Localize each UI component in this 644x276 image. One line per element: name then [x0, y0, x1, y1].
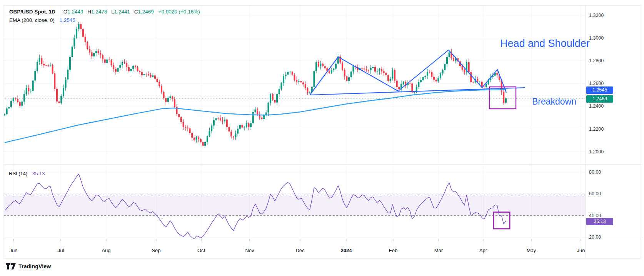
candle-body — [135, 66, 136, 67]
candle-body — [283, 76, 284, 83]
month-label: Oct — [197, 248, 205, 253]
candle-body — [209, 131, 210, 136]
candle-body — [69, 57, 71, 70]
candle-body — [298, 81, 300, 82]
rsi-tick-label: 20.00 — [589, 234, 601, 240]
rsi-tick-label: 60.00 — [589, 191, 601, 196]
candle-body — [180, 117, 182, 122]
candle-body — [207, 136, 208, 142]
candle-body — [111, 60, 112, 65]
candle-body — [56, 89, 58, 101]
close-label: C — [134, 9, 138, 15]
candle-body — [87, 42, 88, 49]
candle-body — [233, 136, 234, 137]
gridlines — [4, 5, 586, 258]
candle-body — [300, 81, 302, 83]
candle-body — [390, 79, 391, 81]
candle-body — [377, 71, 378, 71]
candle-body — [352, 66, 354, 71]
candle-body — [503, 91, 504, 103]
candle-body — [91, 52, 93, 56]
candle-body — [113, 65, 114, 69]
candle-body — [442, 70, 444, 73]
candle-body — [302, 83, 304, 85]
candle-body — [158, 82, 160, 86]
candle-body — [329, 71, 330, 73]
candle-body — [196, 137, 197, 140]
candle-body — [217, 118, 219, 118]
candle-body — [348, 77, 350, 81]
candle-body — [106, 60, 108, 63]
candle-body — [315, 62, 317, 71]
price-tick-label: 1.3200 — [589, 13, 604, 18]
candle-body — [398, 87, 400, 89]
candle-body — [228, 127, 230, 131]
tradingview-watermark[interactable]: TradingView — [6, 263, 51, 269]
candle-body — [307, 88, 308, 92]
candle-body — [115, 69, 117, 71]
candle-body — [364, 68, 365, 69]
candle-body — [435, 80, 437, 81]
candle-body — [381, 69, 382, 71]
candle-body — [21, 101, 23, 106]
candle-body — [344, 70, 345, 76]
candle-body — [172, 96, 173, 99]
candle-body — [250, 123, 252, 127]
candle-body — [252, 112, 254, 123]
candle-body — [403, 82, 404, 84]
month-label: Nov — [245, 248, 254, 253]
candle-body — [230, 131, 232, 136]
candle-body — [420, 80, 422, 82]
candle-body — [128, 67, 130, 71]
candle-body — [26, 88, 27, 94]
candle-body — [95, 51, 97, 53]
candle-body — [102, 55, 103, 60]
price-tick-label: 1.3000 — [589, 35, 604, 41]
candle-body — [108, 60, 110, 60]
candle-body — [157, 79, 158, 82]
candle-body — [396, 81, 398, 87]
candle-body — [370, 68, 372, 70]
tradingview-logo-icon — [6, 263, 16, 269]
ema-200-line — [5, 90, 506, 143]
candle-body — [440, 73, 441, 78]
candle-body — [429, 72, 430, 72]
breakdown-annotation: Breakdown — [532, 96, 576, 107]
candle-body — [93, 53, 95, 57]
candle-body — [60, 96, 62, 103]
candle-body — [394, 70, 395, 81]
symbol-title: GBP/USD Spot, 1D — [9, 9, 55, 15]
candle-body — [215, 118, 217, 120]
month-label: Dec — [295, 248, 305, 253]
candle-body — [444, 64, 445, 70]
candle-body — [387, 75, 389, 81]
candle-body — [379, 69, 380, 71]
candle-body — [204, 142, 206, 146]
candle-body — [350, 71, 352, 77]
price-tick-label: 1.2200 — [589, 126, 604, 132]
month-label: May — [527, 248, 536, 253]
candle-body — [145, 74, 147, 74]
candle-body — [453, 58, 454, 61]
candle-body — [132, 66, 134, 69]
candle-body — [254, 110, 256, 112]
candle-body — [272, 94, 274, 100]
ema-label: EMA (200, close, 0) — [9, 17, 55, 23]
candle-body — [431, 72, 432, 77]
rsi-value: 35.13 — [32, 171, 45, 176]
head-and-shoulder-annotation: Head and Shoulder — [500, 38, 590, 50]
candle-body — [45, 65, 47, 66]
candle-body — [372, 67, 374, 68]
candle-body — [313, 71, 315, 87]
candle-body — [246, 123, 247, 127]
candle-body — [143, 74, 145, 75]
candle-body — [342, 63, 343, 70]
candle-body — [187, 128, 189, 128]
candle-body — [137, 67, 138, 71]
candle-body — [198, 137, 199, 139]
candle-body — [433, 77, 435, 80]
candle-body — [422, 77, 424, 80]
candle-body — [43, 64, 45, 65]
candle-body — [78, 24, 80, 29]
candle-body — [117, 68, 119, 72]
